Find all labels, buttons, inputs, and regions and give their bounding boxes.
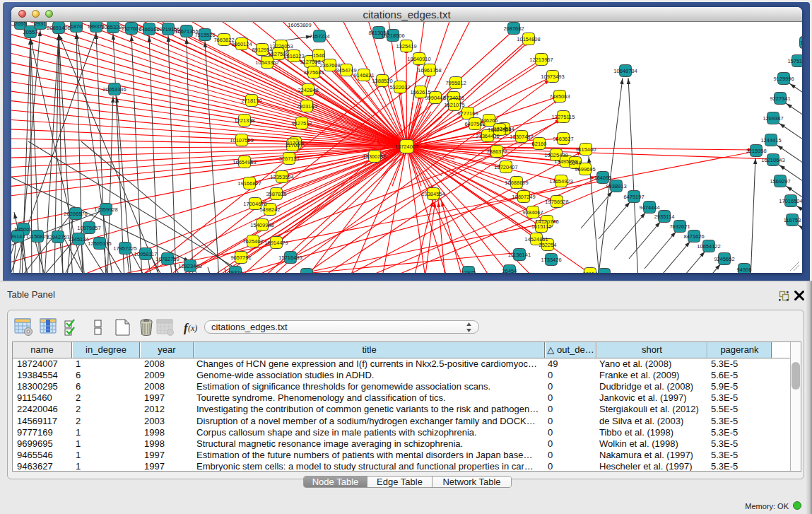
svg-text:16961758: 16961758 bbox=[418, 67, 441, 74]
svg-text:10025438: 10025438 bbox=[544, 152, 567, 158]
svg-text:(x): (x) bbox=[188, 323, 197, 333]
svg-text:26454: 26454 bbox=[502, 268, 517, 274]
svg-text:5498242: 5498242 bbox=[259, 206, 280, 213]
svg-text:9146821: 9146821 bbox=[353, 72, 374, 78]
svg-text:17016504: 17016504 bbox=[779, 198, 802, 204]
svg-text:1615112: 1615112 bbox=[531, 223, 552, 230]
svg-text:3267110: 3267110 bbox=[279, 156, 300, 162]
svg-text:9127508: 9127508 bbox=[300, 59, 320, 65]
svg-text:7955812: 7955812 bbox=[445, 80, 466, 86]
svg-text:8938913: 8938913 bbox=[606, 183, 626, 189]
svg-text:18624554: 18624554 bbox=[488, 127, 511, 133]
svg-text:12942737: 12942737 bbox=[46, 234, 69, 240]
svg-text:2087682: 2087682 bbox=[503, 25, 524, 32]
svg-text:16782759: 16782759 bbox=[155, 256, 179, 262]
svg-text:9463627: 9463627 bbox=[553, 136, 573, 142]
svg-text:1569297: 1569297 bbox=[770, 178, 790, 185]
svg-text:2935114: 2935114 bbox=[654, 214, 675, 220]
svg-text:98154: 98154 bbox=[583, 271, 598, 274]
svg-text:2242848: 2242848 bbox=[298, 87, 318, 93]
svg-text:21364436: 21364436 bbox=[476, 133, 499, 139]
svg-text:10543362: 10543362 bbox=[255, 59, 278, 66]
svg-text:9115460: 9115460 bbox=[576, 146, 596, 153]
svg-text:3587835: 3587835 bbox=[266, 191, 286, 197]
svg-text:15409948: 15409948 bbox=[250, 222, 273, 228]
svg-text:746266: 746266 bbox=[480, 117, 498, 124]
svg-text:13226053: 13226053 bbox=[269, 43, 293, 49]
svg-text:1209387: 1209387 bbox=[763, 115, 783, 122]
svg-text:9777169: 9777169 bbox=[457, 110, 478, 117]
svg-text:7515526: 7515526 bbox=[194, 32, 215, 38]
svg-text:19384554: 19384554 bbox=[421, 191, 445, 197]
svg-text:6479197: 6479197 bbox=[623, 194, 644, 200]
svg-text:9657791: 9657791 bbox=[230, 255, 251, 261]
svg-text:18640910: 18640910 bbox=[407, 56, 430, 62]
svg-text:1621075: 1621075 bbox=[444, 102, 464, 108]
svg-text:1221338: 1221338 bbox=[234, 117, 254, 124]
svg-text:10975857: 10975857 bbox=[77, 225, 100, 231]
svg-text:10307487: 10307487 bbox=[510, 134, 533, 140]
svg-text:635001: 635001 bbox=[14, 226, 32, 233]
svg-text:164095: 164095 bbox=[594, 175, 611, 181]
svg-text:7632621: 7632621 bbox=[669, 223, 690, 230]
svg-text:5322037: 5322037 bbox=[389, 84, 410, 90]
svg-text:1112: 1112 bbox=[800, 40, 802, 46]
svg-text:9427512: 9427512 bbox=[291, 120, 312, 127]
svg-text:29324: 29324 bbox=[228, 269, 243, 274]
svg-text:9129996: 9129996 bbox=[773, 76, 794, 82]
svg-text:12275115: 12275115 bbox=[552, 114, 575, 120]
svg-text:9245652: 9245652 bbox=[714, 256, 734, 262]
svg-text:16053809: 16053809 bbox=[288, 22, 311, 28]
svg-text:26206576: 26206576 bbox=[64, 211, 87, 217]
svg-text:9227341: 9227341 bbox=[770, 95, 790, 102]
svg-text:116753: 116753 bbox=[784, 217, 801, 223]
svg-text:1575107: 1575107 bbox=[787, 58, 802, 64]
svg-text:12213967: 12213967 bbox=[529, 57, 553, 63]
svg-text:12505135: 12505135 bbox=[88, 240, 111, 247]
svg-text:18724007: 18724007 bbox=[395, 144, 418, 150]
svg-text:9474444: 9474444 bbox=[639, 204, 659, 211]
svg-text:99143: 99143 bbox=[11, 233, 25, 240]
svg-text:1870: 1870 bbox=[71, 23, 83, 30]
svg-text:3215958: 3215958 bbox=[746, 148, 766, 154]
svg-text:10648784: 10648784 bbox=[613, 68, 637, 74]
svg-text:13654923: 13654923 bbox=[549, 178, 572, 185]
svg-text:18807249: 18807249 bbox=[512, 194, 535, 200]
svg-text:10958117: 10958117 bbox=[134, 251, 158, 257]
svg-text:15720407: 15720407 bbox=[494, 164, 517, 170]
svg-text:9384067: 9384067 bbox=[522, 209, 543, 216]
svg-text:87645: 87645 bbox=[597, 271, 612, 274]
svg-text:76450: 76450 bbox=[300, 271, 314, 274]
svg-text:16210643: 16210643 bbox=[761, 157, 784, 163]
svg-text:11136141: 11136141 bbox=[508, 252, 531, 258]
svg-text:8471626: 8471626 bbox=[683, 233, 704, 240]
svg-text:2718170: 2718170 bbox=[241, 98, 261, 104]
svg-text:9990448: 9990448 bbox=[425, 95, 445, 101]
svg-text:9844: 9844 bbox=[570, 160, 582, 166]
svg-text:11156829: 11156829 bbox=[26, 233, 49, 240]
svg-text:7625402: 7625402 bbox=[242, 238, 263, 245]
svg-text:7386372: 7386372 bbox=[486, 148, 507, 155]
svg-text:20053346: 20053346 bbox=[102, 86, 126, 93]
svg-text:15716485: 15716485 bbox=[278, 255, 302, 261]
svg-text:10654122: 10654122 bbox=[697, 243, 720, 250]
svg-text:7357234: 7357234 bbox=[309, 33, 329, 40]
svg-text:62160: 62160 bbox=[532, 141, 547, 147]
svg-text:2055: 2055 bbox=[15, 22, 27, 27]
svg-text:1325419: 1325419 bbox=[396, 43, 416, 49]
svg-text:94506: 94506 bbox=[737, 267, 752, 273]
svg-text:1244415: 1244415 bbox=[760, 137, 781, 144]
svg-text:16914479: 16914479 bbox=[264, 240, 288, 246]
svg-text:12923448: 12923448 bbox=[178, 263, 201, 269]
svg-text:10154808: 10154808 bbox=[517, 36, 540, 42]
svg-text:20691406: 20691406 bbox=[47, 25, 70, 31]
svg-text:252254: 252254 bbox=[539, 242, 556, 248]
svg-text:20557: 20557 bbox=[23, 29, 38, 35]
svg-text:2803144: 2803144 bbox=[296, 103, 317, 110]
svg-text:10973493: 10973493 bbox=[541, 74, 564, 80]
svg-text:3875685: 3875685 bbox=[303, 69, 324, 76]
svg-text:19218506: 19218506 bbox=[381, 33, 404, 39]
svg-text:10688609: 10688609 bbox=[505, 180, 528, 186]
svg-text:1546: 1546 bbox=[313, 52, 325, 59]
svg-text:11700: 11700 bbox=[286, 142, 300, 148]
